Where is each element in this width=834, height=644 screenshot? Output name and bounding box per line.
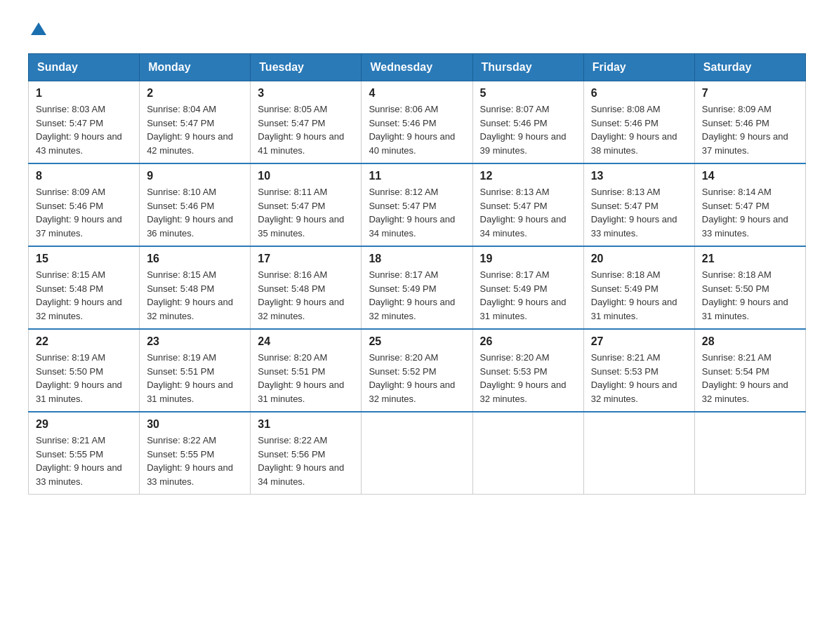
day-info: Sunrise: 8:19 AMSunset: 5:50 PMDaylight:… bbox=[36, 352, 122, 404]
day-number: 21 bbox=[702, 253, 798, 265]
day-info: Sunrise: 8:08 AMSunset: 5:46 PMDaylight:… bbox=[591, 104, 677, 156]
calendar-week-row: 8 Sunrise: 8:09 AMSunset: 5:46 PMDayligh… bbox=[29, 163, 806, 246]
calendar-cell: 29 Sunrise: 8:21 AMSunset: 5:55 PMDaylig… bbox=[29, 412, 140, 495]
day-info: Sunrise: 8:22 AMSunset: 5:55 PMDaylight:… bbox=[147, 435, 233, 487]
column-header-wednesday: Wednesday bbox=[362, 54, 472, 81]
calendar-cell bbox=[362, 412, 472, 495]
calendar-cell: 5 Sunrise: 8:07 AMSunset: 5:46 PMDayligh… bbox=[472, 81, 583, 164]
calendar-cell bbox=[583, 412, 694, 495]
day-number: 2 bbox=[147, 87, 243, 100]
calendar-cell: 7 Sunrise: 8:09 AMSunset: 5:46 PMDayligh… bbox=[694, 81, 805, 164]
calendar-cell: 25 Sunrise: 8:20 AMSunset: 5:52 PMDaylig… bbox=[362, 329, 472, 412]
day-number: 15 bbox=[36, 253, 132, 265]
day-info: Sunrise: 8:13 AMSunset: 5:47 PMDaylight:… bbox=[480, 187, 567, 239]
day-info: Sunrise: 8:07 AMSunset: 5:46 PMDaylight:… bbox=[480, 104, 567, 156]
calendar-cell: 23 Sunrise: 8:19 AMSunset: 5:51 PMDaylig… bbox=[140, 329, 251, 412]
logo bbox=[28, 21, 46, 39]
day-info: Sunrise: 8:21 AMSunset: 5:53 PMDaylight:… bbox=[591, 352, 677, 404]
day-info: Sunrise: 8:20 AMSunset: 5:53 PMDaylight:… bbox=[480, 352, 567, 404]
day-number: 23 bbox=[147, 335, 243, 348]
calendar-cell: 30 Sunrise: 8:22 AMSunset: 5:55 PMDaylig… bbox=[140, 412, 251, 495]
column-header-thursday: Thursday bbox=[472, 54, 583, 81]
day-number: 4 bbox=[369, 87, 465, 100]
day-number: 14 bbox=[702, 170, 798, 182]
day-number: 11 bbox=[369, 170, 465, 182]
calendar-cell bbox=[694, 412, 805, 495]
calendar-cell: 18 Sunrise: 8:17 AMSunset: 5:49 PMDaylig… bbox=[362, 246, 472, 329]
day-info: Sunrise: 8:06 AMSunset: 5:46 PMDaylight:… bbox=[369, 104, 455, 156]
day-number: 30 bbox=[147, 418, 243, 431]
column-header-monday: Monday bbox=[140, 54, 251, 81]
day-number: 22 bbox=[36, 335, 132, 348]
column-header-friday: Friday bbox=[583, 54, 694, 81]
day-info: Sunrise: 8:15 AMSunset: 5:48 PMDaylight:… bbox=[147, 269, 233, 321]
day-info: Sunrise: 8:09 AMSunset: 5:46 PMDaylight:… bbox=[36, 187, 122, 239]
day-info: Sunrise: 8:11 AMSunset: 5:47 PMDaylight:… bbox=[258, 187, 344, 239]
day-number: 13 bbox=[591, 170, 687, 182]
page-header bbox=[28, 21, 806, 39]
calendar-week-row: 15 Sunrise: 8:15 AMSunset: 5:48 PMDaylig… bbox=[29, 246, 806, 329]
calendar-week-row: 1 Sunrise: 8:03 AMSunset: 5:47 PMDayligh… bbox=[29, 81, 806, 164]
calendar-cell: 20 Sunrise: 8:18 AMSunset: 5:49 PMDaylig… bbox=[583, 246, 694, 329]
day-number: 26 bbox=[480, 335, 576, 348]
calendar-cell: 22 Sunrise: 8:19 AMSunset: 5:50 PMDaylig… bbox=[29, 329, 140, 412]
calendar-cell: 21 Sunrise: 8:18 AMSunset: 5:50 PMDaylig… bbox=[694, 246, 805, 329]
day-info: Sunrise: 8:17 AMSunset: 5:49 PMDaylight:… bbox=[369, 269, 455, 321]
column-header-tuesday: Tuesday bbox=[251, 54, 362, 81]
calendar-cell: 28 Sunrise: 8:21 AMSunset: 5:54 PMDaylig… bbox=[694, 329, 805, 412]
day-info: Sunrise: 8:09 AMSunset: 5:46 PMDaylight:… bbox=[702, 104, 788, 156]
day-info: Sunrise: 8:21 AMSunset: 5:55 PMDaylight:… bbox=[36, 435, 122, 487]
day-number: 3 bbox=[258, 87, 354, 100]
calendar-cell: 8 Sunrise: 8:09 AMSunset: 5:46 PMDayligh… bbox=[29, 163, 140, 246]
calendar-week-row: 29 Sunrise: 8:21 AMSunset: 5:55 PMDaylig… bbox=[29, 412, 806, 495]
calendar-cell: 27 Sunrise: 8:21 AMSunset: 5:53 PMDaylig… bbox=[583, 329, 694, 412]
svg-marker-0 bbox=[31, 22, 46, 35]
calendar-table: SundayMondayTuesdayWednesdayThursdayFrid… bbox=[28, 53, 806, 495]
day-info: Sunrise: 8:03 AMSunset: 5:47 PMDaylight:… bbox=[36, 104, 122, 156]
day-number: 10 bbox=[258, 170, 354, 182]
day-info: Sunrise: 8:15 AMSunset: 5:48 PMDaylight:… bbox=[36, 269, 122, 321]
calendar-cell: 16 Sunrise: 8:15 AMSunset: 5:48 PMDaylig… bbox=[140, 246, 251, 329]
calendar-cell: 2 Sunrise: 8:04 AMSunset: 5:47 PMDayligh… bbox=[140, 81, 251, 164]
column-header-sunday: Sunday bbox=[29, 54, 140, 81]
day-info: Sunrise: 8:14 AMSunset: 5:47 PMDaylight:… bbox=[702, 187, 788, 239]
calendar-cell: 31 Sunrise: 8:22 AMSunset: 5:56 PMDaylig… bbox=[251, 412, 362, 495]
day-info: Sunrise: 8:19 AMSunset: 5:51 PMDaylight:… bbox=[147, 352, 233, 404]
day-number: 16 bbox=[147, 253, 243, 265]
day-info: Sunrise: 8:18 AMSunset: 5:49 PMDaylight:… bbox=[591, 269, 677, 321]
calendar-cell: 12 Sunrise: 8:13 AMSunset: 5:47 PMDaylig… bbox=[472, 163, 583, 246]
day-number: 29 bbox=[36, 418, 132, 431]
calendar-cell: 6 Sunrise: 8:08 AMSunset: 5:46 PMDayligh… bbox=[583, 81, 694, 164]
calendar-cell: 14 Sunrise: 8:14 AMSunset: 5:47 PMDaylig… bbox=[694, 163, 805, 246]
day-info: Sunrise: 8:05 AMSunset: 5:47 PMDaylight:… bbox=[258, 104, 344, 156]
day-number: 18 bbox=[369, 253, 465, 265]
day-number: 6 bbox=[591, 87, 687, 100]
day-number: 24 bbox=[258, 335, 354, 348]
day-number: 19 bbox=[480, 253, 576, 265]
day-info: Sunrise: 8:12 AMSunset: 5:47 PMDaylight:… bbox=[369, 187, 455, 239]
day-number: 17 bbox=[258, 253, 354, 265]
calendar-cell: 13 Sunrise: 8:13 AMSunset: 5:47 PMDaylig… bbox=[583, 163, 694, 246]
day-number: 1 bbox=[36, 87, 132, 100]
calendar-cell: 17 Sunrise: 8:16 AMSunset: 5:48 PMDaylig… bbox=[251, 246, 362, 329]
day-info: Sunrise: 8:18 AMSunset: 5:50 PMDaylight:… bbox=[702, 269, 788, 321]
day-info: Sunrise: 8:16 AMSunset: 5:48 PMDaylight:… bbox=[258, 269, 344, 321]
day-info: Sunrise: 8:20 AMSunset: 5:51 PMDaylight:… bbox=[258, 352, 344, 404]
calendar-cell: 19 Sunrise: 8:17 AMSunset: 5:49 PMDaylig… bbox=[472, 246, 583, 329]
day-number: 25 bbox=[369, 335, 465, 348]
day-number: 12 bbox=[480, 170, 576, 182]
day-info: Sunrise: 8:04 AMSunset: 5:47 PMDaylight:… bbox=[147, 104, 233, 156]
calendar-cell: 4 Sunrise: 8:06 AMSunset: 5:46 PMDayligh… bbox=[362, 81, 472, 164]
day-number: 7 bbox=[702, 87, 798, 100]
day-number: 5 bbox=[480, 87, 576, 100]
calendar-cell bbox=[472, 412, 583, 495]
column-header-saturday: Saturday bbox=[694, 54, 805, 81]
calendar-cell: 26 Sunrise: 8:20 AMSunset: 5:53 PMDaylig… bbox=[472, 329, 583, 412]
day-info: Sunrise: 8:13 AMSunset: 5:47 PMDaylight:… bbox=[591, 187, 677, 239]
day-info: Sunrise: 8:20 AMSunset: 5:52 PMDaylight:… bbox=[369, 352, 455, 404]
day-info: Sunrise: 8:21 AMSunset: 5:54 PMDaylight:… bbox=[702, 352, 788, 404]
day-number: 28 bbox=[702, 335, 798, 348]
calendar-cell: 15 Sunrise: 8:15 AMSunset: 5:48 PMDaylig… bbox=[29, 246, 140, 329]
calendar-cell: 1 Sunrise: 8:03 AMSunset: 5:47 PMDayligh… bbox=[29, 81, 140, 164]
calendar-week-row: 22 Sunrise: 8:19 AMSunset: 5:50 PMDaylig… bbox=[29, 329, 806, 412]
